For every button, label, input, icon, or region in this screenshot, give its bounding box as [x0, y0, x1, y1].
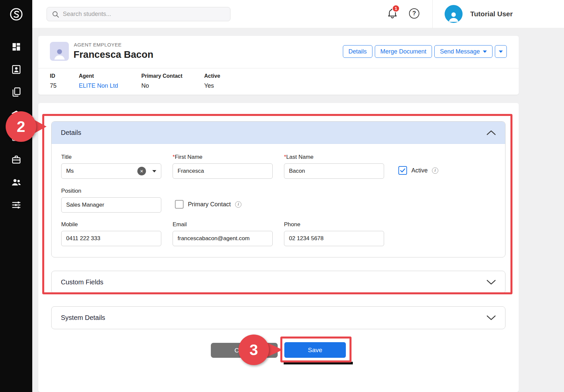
info-id: ID 75 [50, 73, 57, 89]
system-details-panel[interactable]: System Details [51, 306, 505, 329]
notifications-button[interactable]: 1 [387, 7, 400, 22]
info-agent: Agent ELITE Non Ltd [79, 73, 118, 89]
header-actions: Details Merge Document Send Message [343, 45, 507, 58]
chevron-down-icon [499, 50, 503, 53]
annotation-box-step2 [42, 114, 512, 294]
info-primary-contact: Primary Contact No [141, 73, 183, 89]
search-icon [52, 10, 60, 18]
details-button[interactable]: Details [343, 45, 372, 58]
merge-document-button-label: Merge Document [380, 48, 426, 55]
user-name: Tutorial User [470, 10, 513, 18]
id-label: ID [50, 73, 57, 79]
annotation-step-2-badge: 2 [6, 111, 36, 142]
details-button-label: Details [349, 48, 367, 55]
sidebar [0, 0, 32, 392]
sliders-icon [11, 200, 21, 210]
more-actions-button[interactable] [495, 45, 507, 58]
primary-contact-label: Primary Contact [141, 73, 183, 79]
sidebar-item-settings[interactable] [0, 197, 32, 213]
help-button[interactable]: ? [409, 8, 419, 19]
system-details-title: System Details [61, 314, 105, 322]
search-box [47, 7, 230, 21]
record-header-card: AGENT EMPLOYEE Francesca Bacon Details M… [38, 36, 519, 95]
question-mark-icon: ? [412, 10, 416, 17]
app-logo[interactable] [0, 0, 32, 28]
sidebar-item-contacts[interactable] [0, 61, 32, 77]
info-active: Active Yes [204, 73, 220, 89]
sidebar-item-staff[interactable] [0, 174, 32, 190]
merge-document-button[interactable]: Merge Document [375, 45, 432, 58]
agent-label: Agent [79, 73, 118, 79]
chevron-down-icon [483, 50, 487, 53]
chevron-down-icon[interactable] [487, 315, 496, 321]
send-message-button[interactable]: Send Message [434, 45, 493, 58]
page-title: Francesca Bacon [73, 49, 153, 60]
briefcase-icon [11, 155, 21, 165]
dashboard-icon [11, 42, 21, 52]
annotation-box-step3 [280, 337, 352, 362]
app-logo-icon [8, 6, 24, 22]
send-message-button-label: Send Message [440, 48, 480, 55]
id-value: 75 [50, 82, 57, 89]
sidebar-item-briefcase[interactable] [0, 152, 32, 168]
user-menu[interactable]: Tutorial User [445, 5, 513, 23]
active-value: Yes [204, 82, 220, 89]
header-divider [38, 68, 519, 68]
topbar-divider [432, 0, 433, 28]
documents-icon [11, 87, 21, 97]
screen: 1 ? Tutorial User AGENT EMPLOYEE Frances… [0, 0, 564, 392]
people-icon [11, 177, 22, 188]
annotation-step-3-badge: 3 [238, 335, 269, 365]
user-avatar-icon [445, 5, 463, 23]
notification-badge: 1 [392, 5, 400, 12]
contact-card-icon [11, 64, 21, 74]
agent-link[interactable]: ELITE Non Ltd [79, 82, 118, 89]
topbar: 1 ? Tutorial User [32, 0, 564, 28]
search-input[interactable] [63, 11, 225, 18]
entity-type-label: AGENT EMPLOYEE [74, 42, 122, 48]
sidebar-item-dashboard[interactable] [0, 39, 32, 55]
active-label: Active [204, 73, 220, 79]
sidebar-item-documents[interactable] [0, 84, 32, 100]
record-avatar-icon [50, 42, 69, 61]
primary-contact-value: No [141, 82, 183, 89]
